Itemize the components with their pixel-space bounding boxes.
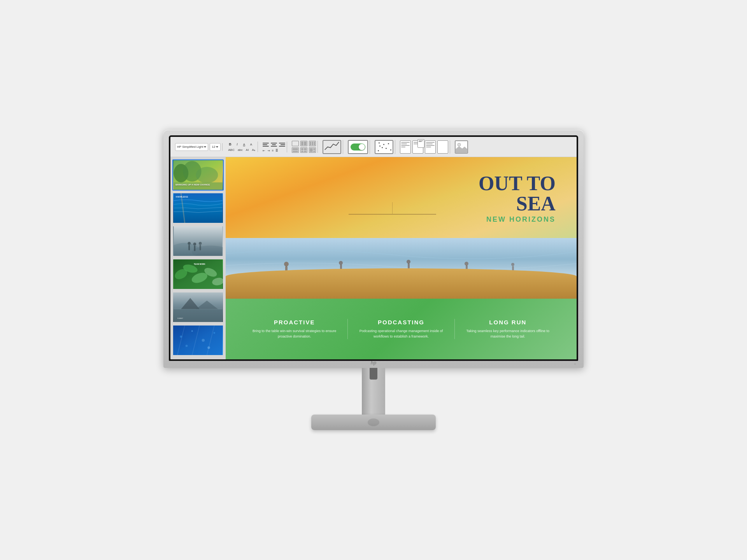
info-box-title-1: PROACTIVE bbox=[249, 319, 340, 326]
indent-out-button[interactable]: ⇤ bbox=[263, 149, 265, 152]
toggle-left-bg bbox=[351, 144, 358, 150]
scatter-dot bbox=[378, 150, 379, 151]
slide-thumb-5[interactable]: SUMMIT bbox=[172, 292, 224, 323]
style-abc-caps[interactable]: ABC bbox=[227, 148, 235, 152]
layout-mixed-button[interactable] bbox=[309, 147, 316, 153]
toolbar-font-section: HP Simplified Light 12 bbox=[174, 143, 223, 151]
svg-point-36 bbox=[213, 332, 215, 334]
screen-bezel: HP Simplified Light 12 B bbox=[169, 135, 578, 361]
svg-text:TEAM WORK: TEAM WORK bbox=[194, 263, 205, 265]
toolbar: HP Simplified Light 12 B bbox=[170, 137, 577, 157]
style-a-sub[interactable]: A₁ bbox=[251, 148, 256, 152]
svg-point-16 bbox=[193, 243, 196, 246]
hp-logo: hp bbox=[371, 360, 377, 366]
duplicate-doc-button[interactable] bbox=[425, 140, 436, 154]
style-abc-lower[interactable]: abc bbox=[237, 148, 244, 152]
svg-rect-2 bbox=[455, 149, 468, 153]
layout-two-col-button[interactable] bbox=[300, 141, 307, 146]
slide-canvas[interactable]: OUT TO SEA NEW HORIZONS PROACTIVE Bring … bbox=[226, 157, 577, 359]
svg-rect-27 bbox=[174, 309, 222, 322]
monitor-stand-neck bbox=[362, 368, 385, 415]
underline-button[interactable]: A bbox=[241, 142, 247, 147]
italic-button[interactable]: I bbox=[234, 142, 240, 147]
svg-point-37 bbox=[186, 345, 188, 347]
font-size-label: 12 bbox=[212, 145, 215, 149]
copy-doc-button[interactable] bbox=[400, 140, 411, 154]
slide-5-svg: SUMMIT bbox=[173, 292, 223, 322]
svg-text:SUMMIT: SUMMIT bbox=[177, 318, 184, 319]
format-row-group: B I A A ABC abc AI A₁ bbox=[227, 142, 256, 152]
paste-doc-button[interactable] bbox=[412, 140, 423, 154]
svg-point-44 bbox=[284, 262, 289, 266]
scatter-chart-button[interactable] bbox=[375, 140, 393, 154]
slide-thumb-2[interactable]: KNOWLEDGE bbox=[172, 192, 224, 224]
align-right-button[interactable] bbox=[279, 142, 285, 148]
svg-point-52 bbox=[511, 263, 514, 266]
monitor-stand-base bbox=[311, 415, 436, 430]
info-box-title-2: PODCASTING bbox=[356, 319, 446, 326]
slide-info-section: PROACTIVE Bring to the table win-win sur… bbox=[226, 299, 577, 359]
screen: HP Simplified Light 12 B bbox=[170, 137, 577, 359]
svg-rect-47 bbox=[408, 263, 410, 269]
indent-in-button[interactable]: ⇥ bbox=[267, 149, 270, 152]
slide-main-content: OUT TO SEA NEW HORIZONS PROACTIVE Bring … bbox=[226, 157, 577, 359]
toolbar-doc-section bbox=[398, 140, 450, 154]
slide-6-image bbox=[173, 326, 223, 355]
svg-point-6 bbox=[196, 167, 218, 183]
list-button[interactable]: ≡ bbox=[272, 149, 274, 152]
font-name-select[interactable]: HP Simplified Light bbox=[175, 143, 208, 151]
info-boxes: PROACTIVE Bring to the table win-win sur… bbox=[226, 313, 577, 345]
slide-title-line1: OUT TO bbox=[479, 173, 556, 194]
svg-rect-17 bbox=[200, 245, 201, 250]
slide-thumb-6[interactable] bbox=[172, 325, 224, 356]
layout-two-row-button[interactable] bbox=[292, 147, 299, 153]
scatter-dot bbox=[383, 144, 384, 145]
slide-panel: BRINGING UP A NEW CHANGE bbox=[170, 157, 226, 359]
insert-image-button[interactable] bbox=[455, 140, 468, 154]
monitor-wrapper: HP Simplified Light 12 B bbox=[160, 130, 587, 430]
svg-point-18 bbox=[199, 242, 202, 245]
scatter-dot bbox=[390, 149, 391, 150]
info-box-text-2: Podcasting operational change management… bbox=[356, 329, 446, 339]
toolbar-toggle-section bbox=[346, 140, 370, 154]
slide-4-image: TEAM WORK bbox=[173, 259, 223, 289]
blank-doc-button[interactable] bbox=[437, 140, 448, 154]
info-box-proactive: PROACTIVE Bring to the table win-win sur… bbox=[241, 319, 348, 339]
svg-rect-13 bbox=[188, 245, 190, 250]
strikethrough-button[interactable]: A bbox=[248, 142, 254, 147]
align-center-button[interactable] bbox=[271, 142, 277, 148]
slide-thumb-1[interactable]: BRINGING UP A NEW CHANGE bbox=[172, 159, 224, 191]
main-content: BRINGING UP A NEW CHANGE bbox=[170, 157, 577, 359]
svg-text:KNOWLEDGE: KNOWLEDGE bbox=[176, 196, 188, 198]
scatter-dot bbox=[386, 148, 387, 149]
slide-thumb-4[interactable]: TEAM WORK bbox=[172, 259, 224, 290]
toggle-track bbox=[351, 144, 365, 150]
svg-point-35 bbox=[202, 339, 205, 342]
slide-title-line2: SEA bbox=[479, 194, 556, 214]
svg-point-50 bbox=[465, 262, 468, 266]
align-left-button[interactable] bbox=[263, 142, 269, 148]
scatter-dot bbox=[388, 143, 389, 144]
toolbar-chart-section bbox=[321, 140, 343, 154]
style-ai[interactable]: AI bbox=[245, 148, 250, 152]
svg-point-46 bbox=[339, 261, 343, 265]
font-size-select[interactable]: 12 bbox=[210, 143, 221, 151]
info-box-podcasting: PODCASTING Podcasting operational change… bbox=[348, 319, 454, 339]
font-size-arrow bbox=[216, 146, 218, 148]
info-box-text-3: Taking seamless key performance indicato… bbox=[463, 329, 553, 339]
layout-three-col-button[interactable] bbox=[309, 141, 316, 146]
slide-2-svg: KNOWLEDGE bbox=[173, 193, 223, 223]
line-chart-button[interactable] bbox=[323, 140, 341, 154]
layout-grid-button[interactable] bbox=[300, 147, 307, 153]
toolbar-scatter-section bbox=[373, 140, 395, 154]
list2-button[interactable]: ≣ bbox=[275, 149, 278, 152]
toggle-knob bbox=[359, 144, 365, 150]
layout-single-button[interactable] bbox=[292, 141, 299, 146]
font-dropdown-arrow bbox=[204, 146, 206, 148]
info-box-title-3: LONG RUN bbox=[463, 319, 553, 326]
bold-button[interactable]: B bbox=[227, 142, 233, 147]
slide-thumb-3[interactable] bbox=[172, 226, 224, 257]
pier bbox=[349, 214, 437, 215]
slide-4-svg: TEAM WORK bbox=[173, 259, 223, 289]
toggle-button[interactable] bbox=[348, 140, 368, 154]
